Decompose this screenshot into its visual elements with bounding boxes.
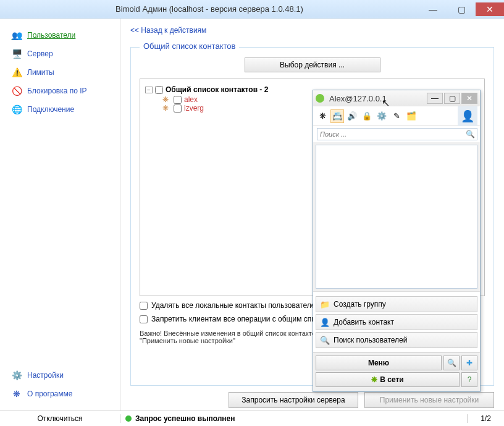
apply-settings-button[interactable]: Применить новые настройки [364, 392, 494, 408]
flower-icon: ❋ [162, 95, 171, 104]
close-button[interactable]: ✕ [476, 2, 504, 16]
delete-local-checkbox[interactable] [140, 302, 148, 310]
gear-icon: ⚙️ [11, 370, 22, 381]
contact-checkbox[interactable] [174, 104, 182, 113]
back-link[interactable]: << Назад к действиям [130, 26, 206, 35]
sidebar-item-about[interactable]: ❋ О программе [0, 385, 120, 403]
client-window: Alex@127.0.0.1 — ▢ ✕ ❋ 📇 🔊 🔒 ⚙️ ✎ 🗂️ 👤 🔍… [313, 90, 481, 392]
sidebar-item-connection[interactable]: 🌐 Подключение [0, 100, 120, 119]
sidebar-label: Сервер [27, 49, 53, 58]
client-window-title: Alex@127.0.0.1 [329, 94, 426, 103]
contact-name: alex [184, 95, 198, 104]
status-message-area: Запрос успешно выполнен [120, 414, 467, 423]
add-small-button[interactable]: ✚ [461, 356, 477, 370]
toolbar-windows-icon[interactable]: 🗂️ [405, 109, 418, 123]
sidebar-label: О программе [27, 390, 72, 398]
client-search-bar: 🔍 [313, 126, 480, 142]
client-minimize-button[interactable]: — [427, 93, 443, 104]
sidebar-label: Лимиты [27, 68, 54, 77]
search-users-button[interactable]: 🔍 Поиск пользователей [316, 332, 477, 348]
avatar-placeholder[interactable]: 👤 [458, 106, 477, 126]
info-icon: ❋ [11, 388, 22, 399]
sidebar: 👥 Пользователи 🖥️ Сервер ⚠️ Лимиты 🚫 Бло… [0, 19, 120, 411]
disconnect-link[interactable]: Отключиться [0, 414, 120, 423]
window-controls: — ▢ ✕ [419, 2, 504, 16]
bottom-buttons: Запросить настройки сервера Применить но… [130, 392, 494, 408]
menu-button[interactable]: Меню [316, 356, 442, 370]
search-user-icon: 🔍 [320, 336, 330, 345]
action-label: Добавить контакт [334, 318, 394, 326]
client-title-bar[interactable]: Alex@127.0.0.1 — ▢ ✕ [313, 90, 480, 106]
toolbar-edit-icon[interactable]: ✎ [390, 109, 403, 123]
toolbar-gear-icon[interactable]: ⚙️ [375, 109, 388, 123]
client-search-input[interactable] [317, 128, 477, 140]
sidebar-item-settings[interactable]: ⚙️ Настройки [0, 366, 120, 385]
checkbox-label: Удалять все локальные контакты пользоват… [151, 301, 319, 310]
status-online-icon [316, 94, 324, 103]
sidebar-item-users[interactable]: 👥 Пользователи [0, 26, 120, 45]
sidebar-label: Блокировка по IP [27, 87, 87, 95]
client-close-button[interactable]: ✕ [461, 93, 477, 104]
sidebar-item-ipblock[interactable]: 🚫 Блокировка по IP [0, 82, 120, 100]
globe-icon: 🌐 [11, 104, 22, 115]
warning-icon: ⚠️ [11, 67, 22, 78]
status-bar: Отключиться Запрос успешно выполнен 1/2 [0, 411, 504, 426]
client-contact-list[interactable] [316, 145, 477, 289]
tree-root-label: Общий список контактов - 2 [166, 85, 268, 94]
maximize-button[interactable]: ▢ [447, 2, 476, 16]
add-contact-button[interactable]: 👤 Добавить контакт [316, 314, 477, 330]
forbid-ops-checkbox[interactable] [140, 315, 148, 323]
client-actions: 📁 Создать группу 👤 Добавить контакт 🔍 По… [313, 291, 480, 352]
sidebar-label: Подключение [27, 105, 74, 114]
client-bottom-bar: Меню 🔍 ✚ ❋ В сети ? [313, 352, 480, 391]
minimize-button[interactable]: — [419, 2, 447, 16]
request-settings-button[interactable]: Запросить настройки сервера [229, 392, 358, 408]
users-icon: 👥 [11, 30, 22, 41]
toolbar-lock-icon[interactable]: 🔒 [360, 109, 374, 123]
sidebar-item-limits[interactable]: ⚠️ Лимиты [0, 63, 120, 82]
client-toolbar: ❋ 📇 🔊 🔒 ⚙️ ✎ 🗂️ 👤 [313, 106, 480, 126]
fieldset-legend: Общий список контактов [140, 41, 239, 51]
sidebar-item-server[interactable]: 🖥️ Сервер [0, 45, 120, 63]
folder-add-icon: 📁 [320, 300, 330, 309]
toolbar-contacts-icon[interactable]: 📇 [330, 109, 344, 123]
status-dot-icon [125, 415, 132, 422]
client-maximize-button[interactable]: ▢ [444, 93, 460, 104]
sidebar-label: Настройки [27, 371, 64, 380]
help-button[interactable]: ? [461, 372, 477, 387]
choose-action-button[interactable]: Выбор действия ... [245, 58, 380, 72]
search-icon[interactable]: 🔍 [464, 130, 476, 138]
toolbar-sound-icon[interactable]: 🔊 [345, 109, 359, 123]
root-checkbox[interactable] [155, 86, 163, 94]
online-label: В сети [380, 375, 403, 384]
title-bar: Bimoid Админ (localhost - версия сервера… [0, 0, 504, 19]
search-small-button[interactable]: 🔍 [443, 356, 460, 370]
window-title: Bimoid Админ (localhost - версия сервера… [0, 4, 419, 14]
toolbar-flower-icon[interactable]: ❋ [316, 109, 329, 123]
status-message: Запрос успешно выполнен [135, 414, 235, 423]
action-label: Создать группу [334, 300, 386, 309]
sidebar-label: Пользователи [27, 31, 75, 40]
flower-icon: ❋ [162, 104, 171, 113]
action-label: Поиск пользователей [334, 336, 407, 344]
block-icon: 🚫 [11, 85, 22, 96]
server-icon: 🖥️ [11, 48, 22, 59]
collapse-icon[interactable]: − [145, 87, 153, 93]
online-status-button[interactable]: ❋ В сети [316, 372, 460, 387]
contact-checkbox[interactable] [174, 96, 182, 104]
flower-status-icon: ❋ [371, 375, 377, 384]
person-add-icon: 👤 [320, 318, 330, 327]
create-group-button[interactable]: 📁 Создать группу [316, 296, 477, 312]
contact-name: izverg [184, 104, 204, 113]
page-indicator: 1/2 [467, 414, 504, 423]
checkbox-label: Запретить клиентам все операции с общим … [151, 315, 332, 323]
